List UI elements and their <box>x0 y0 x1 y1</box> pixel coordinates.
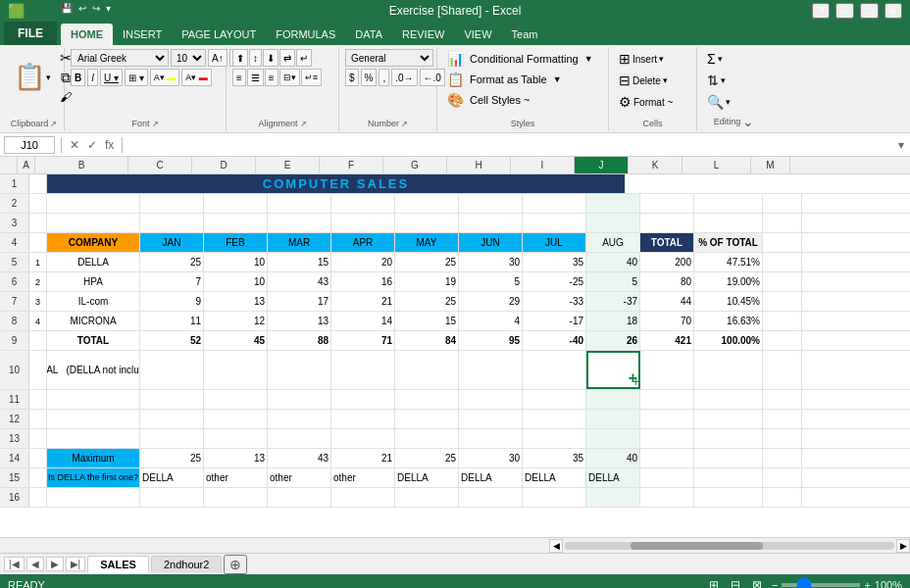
number-format-select[interactable]: General <box>345 49 433 67</box>
cell-e6[interactable]: 43 <box>268 272 331 291</box>
cell-l16[interactable] <box>694 488 763 507</box>
cell-d11[interactable] <box>204 390 268 409</box>
cell-l7[interactable]: 10.45% <box>694 292 763 311</box>
cell-k5[interactable]: 200 <box>640 253 694 271</box>
font-name-select[interactable]: Arial Greek <box>71 49 169 67</box>
cell-j8[interactable]: 18 <box>586 312 640 330</box>
cell-a12[interactable] <box>29 410 47 428</box>
zoom-slider[interactable] <box>782 583 860 587</box>
cell-m3[interactable] <box>763 214 802 232</box>
cell-j16[interactable] <box>586 488 640 507</box>
scrollbar-thumb[interactable] <box>631 542 762 550</box>
col-header-l[interactable]: L <box>682 157 751 173</box>
tab-review[interactable]: REVIEW <box>392 24 454 45</box>
cell-k2[interactable] <box>640 194 694 213</box>
cell-k6[interactable]: 80 <box>640 272 694 291</box>
scrollbar-track[interactable] <box>565 542 894 550</box>
cell-k15[interactable] <box>640 468 694 487</box>
cell-i9[interactable]: -40 <box>523 331 586 350</box>
col-header-c[interactable]: C <box>128 157 192 173</box>
cell-h6[interactable]: 5 <box>459 272 523 291</box>
tab-page-layout[interactable]: PAGE LAYOUT <box>172 24 266 45</box>
cell-e5[interactable]: 15 <box>268 253 331 271</box>
cell-f16[interactable] <box>331 488 395 507</box>
cell-j11[interactable] <box>586 390 640 409</box>
editing-expand-icon[interactable]: ⌄ <box>742 114 754 129</box>
conditional-formatting-button[interactable]: 📊 Conditional Formatting ▼ <box>443 49 597 69</box>
align-right-button[interactable]: ≡ <box>265 69 278 86</box>
sheet-tab-2ndhour2[interactable]: 2ndhour2 <box>151 556 223 572</box>
cell-d13[interactable] <box>204 429 268 448</box>
cell-h11[interactable] <box>459 390 523 409</box>
cell-d3[interactable] <box>204 214 268 232</box>
cell-f6[interactable]: 16 <box>331 272 395 291</box>
align-top-button[interactable]: ⬆ <box>232 49 248 67</box>
cell-f8[interactable]: 14 <box>331 312 395 330</box>
cell-k3[interactable] <box>640 214 694 232</box>
col-header-a[interactable]: A <box>18 157 35 173</box>
clipboard-expand-icon[interactable]: ↗ <box>50 120 57 128</box>
font-size-select[interactable]: 10 <box>171 49 206 67</box>
tab-insert[interactable]: INSERT <box>113 24 172 45</box>
cell-g3[interactable] <box>395 214 459 232</box>
cell-i3[interactable] <box>523 214 586 232</box>
align-middle-button[interactable]: ↕ <box>249 49 262 67</box>
cell-d9[interactable]: 45 <box>204 331 268 350</box>
tab-file[interactable]: FILE <box>4 22 57 45</box>
sort-button[interactable]: ⇅ ▾ <box>703 71 730 90</box>
cell-i13[interactable] <box>523 429 586 448</box>
cell-j3[interactable] <box>586 214 640 232</box>
cell-a1[interactable] <box>29 174 47 193</box>
cell-h3[interactable] <box>459 214 523 232</box>
cell-b5[interactable]: DELLA <box>47 253 140 271</box>
tab-view[interactable]: VIEW <box>454 24 501 45</box>
cell-f4[interactable]: APR <box>331 233 395 252</box>
cell-i12[interactable] <box>523 410 586 428</box>
horizontal-scrollbar[interactable]: ◀ ▶ <box>549 539 910 553</box>
cell-b11[interactable] <box>47 390 140 409</box>
cell-f14[interactable]: 21 <box>331 449 395 467</box>
cell-c6[interactable]: 7 <box>140 272 204 291</box>
cell-a14[interactable] <box>29 449 47 467</box>
cell-m7[interactable] <box>763 292 802 311</box>
align-center-button[interactable]: ☰ <box>247 69 264 86</box>
find-button[interactable]: 🔍 ▾ <box>703 92 734 112</box>
cell-l6[interactable]: 19.00% <box>694 272 763 291</box>
format-as-table-button[interactable]: 📋 Format as Table ▼ <box>443 70 566 89</box>
font-grow-button[interactable]: A↑ <box>208 49 228 67</box>
cell-l15[interactable] <box>694 468 763 487</box>
cell-j6[interactable]: 5 <box>586 272 640 291</box>
undo-button[interactable]: ↩ <box>76 2 88 15</box>
cell-c10[interactable] <box>140 351 204 389</box>
cell-m4[interactable] <box>763 233 802 252</box>
scroll-left-button[interactable]: ◀ <box>549 539 563 553</box>
cell-g15[interactable]: DELLA <box>395 468 459 487</box>
cell-d4[interactable]: FEB <box>204 233 268 252</box>
cell-j13[interactable] <box>586 429 640 448</box>
tab-team[interactable]: Team <box>502 24 548 45</box>
cell-m5[interactable] <box>763 253 802 271</box>
cell-l13[interactable] <box>694 429 763 448</box>
cell-c8[interactable]: 11 <box>140 312 204 330</box>
cell-g4[interactable]: MAY <box>395 233 459 252</box>
percent-button[interactable]: % <box>361 69 378 86</box>
cell-a16[interactable] <box>29 488 47 507</box>
cell-h5[interactable]: 30 <box>459 253 523 271</box>
cell-m12[interactable] <box>763 410 802 428</box>
cell-d15[interactable]: other <box>204 468 268 487</box>
page-layout-view-button[interactable]: ⊟ <box>729 578 742 588</box>
format-cells-button[interactable]: ⚙ Format ~ <box>615 92 677 112</box>
cell-k14[interactable] <box>640 449 694 467</box>
cell-j12[interactable] <box>586 410 640 428</box>
cell-l12[interactable] <box>694 410 763 428</box>
col-header-d[interactable]: D <box>192 157 256 173</box>
cell-i14[interactable]: 35 <box>523 449 586 467</box>
cell-i15[interactable]: DELLA <box>523 468 586 487</box>
autosum-button[interactable]: Σ ▾ <box>703 49 727 69</box>
cell-d12[interactable] <box>204 410 268 428</box>
cell-l11[interactable] <box>694 390 763 409</box>
increase-decimal-button[interactable]: .0→ <box>391 69 417 86</box>
cell-b14[interactable]: Maximum <box>47 449 140 467</box>
cell-a15[interactable] <box>29 468 47 487</box>
align-left-button[interactable]: ≡ <box>232 69 246 86</box>
